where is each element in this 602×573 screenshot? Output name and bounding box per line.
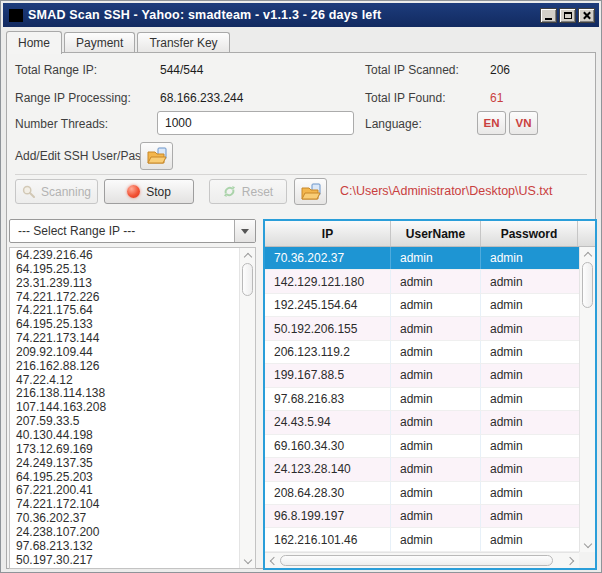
- column-header-password[interactable]: Password: [481, 221, 578, 246]
- cell-username: admin: [391, 388, 481, 410]
- column-header-username[interactable]: UserName: [391, 221, 481, 246]
- column-header-ip[interactable]: IP: [265, 221, 391, 246]
- list-item[interactable]: 64.195.25.203: [10, 471, 238, 485]
- list-item[interactable]: 216.138.114.138: [10, 387, 238, 401]
- total-ip-found-value: 61: [490, 91, 503, 105]
- scroll-down-icon[interactable]: [240, 554, 256, 568]
- list-scrollbar-thumb[interactable]: [242, 263, 253, 296]
- open-file-button[interactable]: [294, 178, 327, 205]
- list-item[interactable]: 173.12.69.169: [10, 443, 238, 457]
- scroll-down-icon[interactable]: [580, 538, 596, 552]
- range-ip-list-items: 64.239.216.46 64.195.25.13 23.31.239.113…: [10, 249, 238, 568]
- refresh-icon: [223, 185, 236, 198]
- cell-username: admin: [391, 247, 481, 269]
- cell-ip: 96.8.199.197: [265, 505, 391, 527]
- scanning-button-label: Scanning: [41, 185, 91, 199]
- list-item[interactable]: 64.239.216.46: [10, 249, 238, 263]
- open-folder-icon: [300, 183, 322, 201]
- list-item[interactable]: 50.197.30.217: [10, 554, 238, 568]
- list-item[interactable]: 47.22.4.12: [10, 374, 238, 388]
- close-button[interactable]: [578, 8, 595, 23]
- stop-button-label: Stop: [146, 185, 171, 199]
- cell-username: admin: [391, 458, 481, 480]
- reset-button[interactable]: Reset: [209, 179, 287, 204]
- total-range-ip-value: 544/544: [160, 63, 203, 77]
- table-row[interactable]: 24.123.28.140 admin admin: [265, 458, 579, 481]
- tab-payment[interactable]: Payment: [64, 32, 135, 53]
- titlebar[interactable]: SMAD Scan SSH - Yahoo: smadteam - v1.1.3…: [3, 3, 599, 27]
- stop-icon: [127, 185, 140, 198]
- cell-ip: 142.129.121.180: [265, 270, 391, 292]
- table-row[interactable]: 70.36.202.37 admin admin: [265, 247, 579, 270]
- table-row[interactable]: 24.43.5.94 admin admin: [265, 411, 579, 434]
- list-item[interactable]: 40.130.44.198: [10, 429, 238, 443]
- table-row[interactable]: 206.123.119.2 admin admin: [265, 341, 579, 364]
- cell-ip: 70.36.202.37: [265, 247, 391, 269]
- list-item[interactable]: 23.31.239.113: [10, 277, 238, 291]
- language-en-button[interactable]: EN: [477, 111, 506, 135]
- minimize-button[interactable]: [540, 8, 557, 23]
- list-item[interactable]: 67.221.200.41: [10, 484, 238, 498]
- cell-password: admin: [481, 341, 579, 363]
- app-window: SMAD Scan SSH - Yahoo: smadteam - v1.1.3…: [0, 0, 602, 573]
- language-vn-button[interactable]: VN: [509, 111, 538, 135]
- table-row[interactable]: 142.129.121.180 admin admin: [265, 270, 579, 293]
- table-row[interactable]: 208.64.28.30 admin admin: [265, 482, 579, 505]
- list-item[interactable]: 24.238.107.200: [10, 526, 238, 540]
- table-row[interactable]: 192.245.154.64 admin admin: [265, 294, 579, 317]
- cell-ip: 206.123.119.2: [265, 341, 391, 363]
- cell-password: admin: [481, 317, 579, 339]
- list-item[interactable]: 70.36.202.37: [10, 512, 238, 526]
- scroll-left-icon[interactable]: [265, 553, 280, 569]
- tab-strip: Home Payment Transfer Key: [6, 30, 596, 53]
- scroll-up-icon[interactable]: [580, 247, 596, 261]
- range-ip-dropdown[interactable]: --- Select Range IP ---: [9, 219, 256, 243]
- tab-home[interactable]: Home: [6, 31, 62, 54]
- add-edit-ssh-open-button[interactable]: [140, 142, 173, 170]
- list-item[interactable]: 209.92.109.44: [10, 346, 238, 360]
- stop-button[interactable]: Stop: [104, 179, 194, 204]
- table-horizontal-scrollbar[interactable]: [265, 552, 579, 568]
- list-item[interactable]: 74.221.172.226: [10, 291, 238, 305]
- cell-ip: 208.64.28.30: [265, 482, 391, 504]
- list-item[interactable]: 74.221.173.144: [10, 332, 238, 346]
- scroll-right-icon[interactable]: [564, 553, 579, 569]
- table-row[interactable]: 96.8.199.197 admin admin: [265, 505, 579, 528]
- table-row[interactable]: 199.167.88.5 admin admin: [265, 364, 579, 387]
- total-ip-scanned-value: 206: [490, 63, 510, 77]
- list-item[interactable]: 64.195.25.133: [10, 318, 238, 332]
- cell-username: admin: [391, 482, 481, 504]
- table-vertical-scrollbar[interactable]: [579, 247, 595, 552]
- table-row[interactable]: 97.68.216.83 admin admin: [265, 388, 579, 411]
- cell-username: admin: [391, 528, 481, 550]
- table-row[interactable]: 69.160.34.30 admin admin: [265, 435, 579, 458]
- cell-ip: 162.216.101.46: [265, 528, 391, 550]
- tab-content-home: Total Range IP: 544/544 Total IP Scanned…: [6, 52, 596, 569]
- table-row[interactable]: 50.192.206.155 admin admin: [265, 317, 579, 340]
- list-item[interactable]: 216.162.88.126: [10, 360, 238, 374]
- list-item[interactable]: 107.144.163.208: [10, 401, 238, 415]
- list-vertical-scrollbar[interactable]: [239, 248, 255, 568]
- scroll-up-icon[interactable]: [240, 248, 256, 262]
- number-threads-input[interactable]: [157, 111, 354, 135]
- list-item[interactable]: 97.68.213.132: [10, 540, 238, 554]
- list-item[interactable]: 207.59.33.5: [10, 415, 238, 429]
- chevron-down-icon: [241, 229, 249, 234]
- scanning-button[interactable]: Scanning: [15, 179, 98, 204]
- window-controls: [540, 8, 595, 23]
- dropdown-arrow-button[interactable]: [234, 220, 255, 242]
- list-item[interactable]: 64.195.25.13: [10, 263, 238, 277]
- list-item[interactable]: 74.221.172.104: [10, 498, 238, 512]
- maximize-button[interactable]: [559, 8, 576, 23]
- language-label: Language:: [365, 117, 422, 131]
- table-hscrollbar-thumb[interactable]: [280, 555, 553, 566]
- total-ip-scanned-label: Total IP Scanned:: [365, 63, 459, 77]
- tab-transfer-key[interactable]: Transfer Key: [137, 32, 229, 53]
- list-item[interactable]: 74.221.175.64: [10, 304, 238, 318]
- range-ip-processing-label: Range IP Processing:: [15, 91, 131, 105]
- table-row[interactable]: 162.216.101.46 admin admin: [265, 528, 579, 551]
- add-edit-ssh-label: Add/Edit SSH User/Pass:: [15, 149, 150, 163]
- list-item[interactable]: 24.249.137.35: [10, 457, 238, 471]
- table-vscrollbar-thumb[interactable]: [582, 262, 593, 308]
- cell-password: admin: [481, 270, 579, 292]
